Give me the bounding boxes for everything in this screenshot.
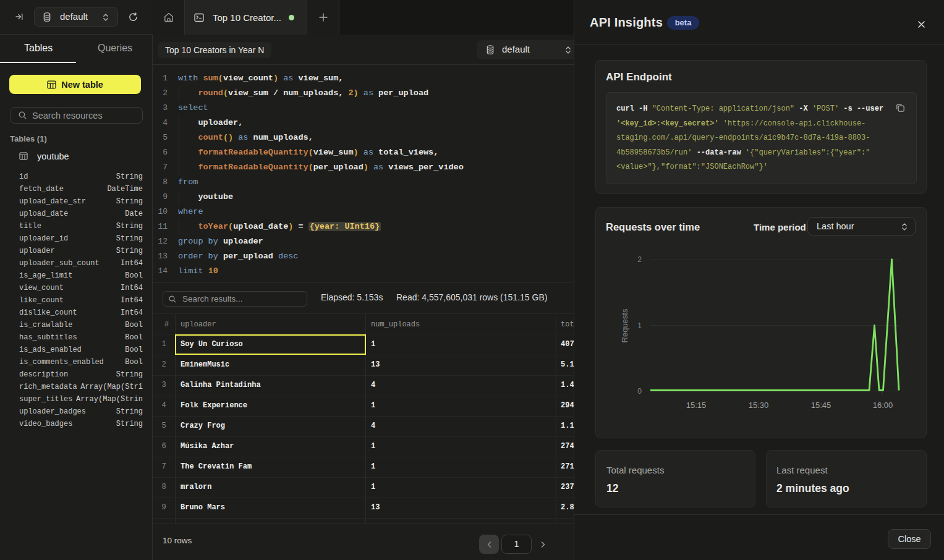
svg-text:0: 0 <box>637 387 642 396</box>
svg-text:Requests: Requests <box>620 308 629 342</box>
svg-text:2: 2 <box>637 255 642 264</box>
svg-text:15:15: 15:15 <box>686 401 707 410</box>
svg-text:16:00: 16:00 <box>873 401 893 410</box>
svg-text:1: 1 <box>637 321 642 330</box>
svg-text:15:45: 15:45 <box>811 401 831 410</box>
svg-text:15:30: 15:30 <box>749 401 769 410</box>
